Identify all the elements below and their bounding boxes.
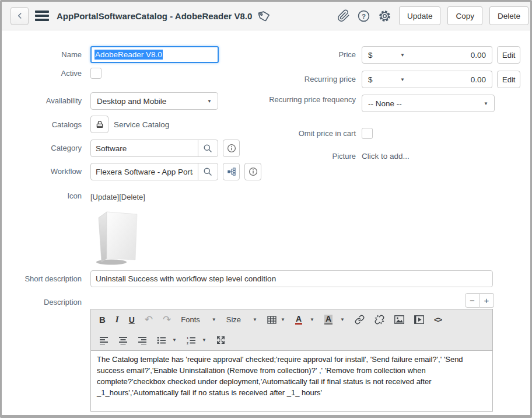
unlink-button[interactable] (374, 315, 384, 325)
software-box-image (94, 206, 144, 266)
description-editor: B I U ↶ ↷ Fonts ▼ Size ▼ ▼ A (90, 309, 493, 412)
unlink-icon (374, 315, 384, 325)
text-color-dropdown[interactable]: A ▼ (295, 315, 314, 325)
redo-button[interactable]: ↷ (163, 314, 171, 326)
info-icon (249, 167, 258, 176)
svg-text:2: 2 (187, 341, 188, 344)
workflow-input[interactable] (90, 163, 198, 180)
price-currency-select[interactable]: $ ▼ (362, 46, 411, 64)
insert-image-button[interactable] (394, 315, 404, 324)
bold-button[interactable]: B (99, 315, 106, 325)
workflow-label: Workflow (2, 167, 82, 176)
bullet-list-dropdown[interactable]: ▼ (157, 336, 177, 344)
size-dropdown-label: Size (226, 315, 241, 324)
code-view-button[interactable]: <> (434, 315, 442, 324)
update-button[interactable]: Update (399, 6, 441, 25)
chevron-down-icon: ▼ (400, 53, 405, 58)
omit-price-label: Omit price in cart (267, 129, 356, 138)
undo-button[interactable]: ↶ (145, 314, 153, 326)
workflow-preview-button[interactable] (223, 163, 240, 180)
align-left-icon (99, 336, 108, 344)
help-button[interactable]: ? (357, 9, 370, 23)
editor-resize-group: − + (465, 293, 494, 308)
chevron-down-icon: ▼ (340, 317, 345, 322)
editor-grow-button[interactable]: + (480, 293, 494, 308)
name-label: Name (2, 50, 82, 60)
align-left-button[interactable] (99, 336, 108, 344)
back-button[interactable] (10, 7, 29, 25)
recurring-price-amount-input[interactable] (411, 71, 492, 88)
price-currency-value: $ (368, 51, 373, 60)
italic-button[interactable]: I (116, 315, 119, 325)
numbered-list-icon: 12 (187, 336, 196, 344)
editor-shrink-button[interactable]: − (465, 293, 480, 308)
text-color-icon: A (295, 315, 302, 325)
recurring-price-currency-select[interactable]: $ ▼ (362, 71, 411, 88)
recurring-price-frequency-select[interactable]: -- None -- ▼ (362, 95, 495, 112)
attachment-button[interactable] (337, 9, 350, 22)
active-checkbox[interactable] (90, 68, 102, 79)
search-icon (203, 167, 213, 177)
table-icon (267, 316, 276, 324)
align-center-icon (118, 336, 128, 344)
short-description-label: Short description (2, 274, 82, 284)
workflow-info-button[interactable] (244, 163, 261, 180)
svg-text:?: ? (362, 12, 366, 19)
category-input[interactable] (90, 140, 198, 157)
picture-add-link[interactable]: Click to add... (362, 152, 410, 161)
chevron-down-icon: ▼ (253, 317, 257, 322)
editor-toolbar-row-2: ▼ 12 ▼ (91, 330, 492, 350)
underline-button[interactable]: U (129, 315, 135, 325)
icon-update-link[interactable]: [Update] (90, 193, 119, 201)
align-center-button[interactable] (118, 336, 128, 344)
icon-delete-link[interactable]: [Delete] (119, 193, 145, 201)
search-icon (203, 144, 213, 154)
fonts-dropdown-label: Fonts (181, 315, 200, 324)
background-color-icon: A (324, 315, 332, 325)
availability-select[interactable]: Desktop and Mobile ▼ (90, 92, 218, 110)
name-input[interactable]: AdobeReader V8.0 (90, 46, 219, 63)
chevron-down-icon: ▼ (484, 101, 488, 106)
fonts-dropdown[interactable]: Fonts ▼ (181, 315, 216, 324)
catalogs-lock-button[interactable] (90, 116, 108, 133)
recurring-price-frequency-label: Recurring price frequency (267, 95, 356, 104)
category-info-button[interactable] (223, 140, 240, 157)
tags-icon[interactable] (257, 9, 271, 23)
app-window: AppPortalSoftwareCatalog - AdobeReader V… (0, 0, 532, 418)
insert-media-button[interactable] (414, 315, 424, 324)
short-description-input[interactable] (90, 270, 493, 287)
category-label: Category (2, 144, 82, 153)
availability-label: Availability (2, 96, 82, 106)
description-text[interactable]: The Catalog template has 'require approv… (90, 351, 493, 412)
chevron-down-icon: ▼ (202, 337, 206, 343)
svg-text:1: 1 (187, 336, 188, 340)
table-dropdown[interactable]: ▼ (267, 316, 285, 324)
category-search-button[interactable] (198, 140, 218, 157)
link-button[interactable] (355, 315, 365, 325)
image-icon (394, 315, 404, 324)
description-label: Description (2, 298, 82, 307)
recurring-price-edit-button[interactable]: Edit (497, 71, 520, 88)
delete-button[interactable]: Delete (489, 6, 528, 25)
omit-price-checkbox[interactable] (362, 128, 373, 139)
settings-button[interactable] (377, 9, 392, 23)
workflow-search-button[interactable] (198, 163, 218, 180)
size-dropdown[interactable]: Size ▼ (226, 315, 257, 324)
copy-button[interactable]: Copy (447, 6, 482, 25)
chevron-down-icon: ▼ (207, 99, 212, 104)
recurring-price-currency-value: $ (368, 75, 373, 84)
chevron-down-icon: ▼ (310, 317, 314, 322)
fullscreen-button[interactable] (216, 336, 225, 344)
catalogs-value: Service Catalog (114, 120, 169, 129)
price-amount-input[interactable] (411, 46, 492, 64)
recurring-price-frequency-value: -- None -- (368, 99, 402, 108)
picture-label: Picture (267, 152, 356, 161)
menu-icon[interactable] (35, 9, 49, 23)
editor-toolbar: B I U ↶ ↷ Fonts ▼ Size ▼ ▼ A (90, 309, 493, 351)
availability-value: Desktop and Mobile (97, 97, 166, 106)
numbered-list-dropdown[interactable]: 12 ▼ (187, 336, 206, 344)
align-right-button[interactable] (138, 336, 147, 344)
fullscreen-icon (216, 336, 225, 344)
background-color-dropdown[interactable]: A ▼ (324, 315, 345, 325)
price-edit-button[interactable]: Edit (497, 46, 520, 64)
